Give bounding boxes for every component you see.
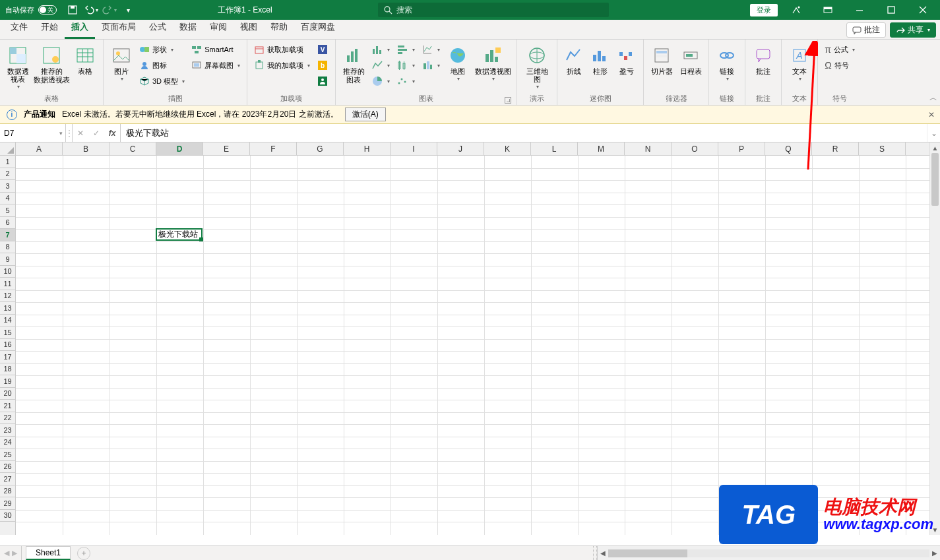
bar-chart-button[interactable]: ▾: [394, 42, 418, 57]
vscroll-thumb[interactable]: [931, 153, 939, 206]
screenshot-button[interactable]: 屏幕截图▾: [189, 58, 243, 73]
pivot-chart-button[interactable]: 数据透视图▾: [473, 42, 513, 90]
ribbon-display-options[interactable]: [815, 0, 841, 20]
minimize-button[interactable]: [846, 0, 873, 20]
row-header-20[interactable]: 20: [0, 388, 15, 400]
add-sheet-button[interactable]: ＋: [77, 547, 90, 560]
scroll-down-arrow[interactable]: ▼: [930, 524, 940, 535]
row-header-25[interactable]: 25: [0, 449, 15, 461]
hscroll-thumb[interactable]: [608, 549, 687, 557]
tab-帮助[interactable]: 帮助: [264, 17, 294, 39]
col-header-R[interactable]: R: [812, 142, 859, 155]
coming-soon-icon[interactable]: [783, 0, 809, 20]
row-header-10[interactable]: 10: [0, 266, 15, 278]
col-header-I[interactable]: I: [391, 142, 437, 155]
timeline-button[interactable]: 日程表: [677, 42, 705, 90]
row-header-8[interactable]: 8: [0, 241, 15, 254]
tab-插入[interactable]: 插入: [65, 17, 95, 39]
collapse-ribbon-button[interactable]: ︿: [929, 92, 937, 104]
col-header-H[interactable]: H: [344, 142, 391, 155]
col-header-Q[interactable]: Q: [765, 142, 812, 155]
tab-视图[interactable]: 视图: [234, 17, 264, 39]
line-chart-button[interactable]: ▾: [369, 58, 392, 73]
symbol-button[interactable]: Ω符号: [822, 58, 858, 73]
tab-公式[interactable]: 公式: [142, 17, 173, 39]
col-header-P[interactable]: P: [718, 142, 765, 155]
horizontal-scrollbar[interactable]: ◀ ▶: [597, 546, 940, 560]
visio-addin-button[interactable]: V: [314, 42, 331, 57]
combo-chart-button[interactable]: ▾: [419, 42, 443, 57]
get-addins-button[interactable]: 获取加载项: [251, 42, 313, 57]
col-header-M[interactable]: M: [578, 142, 625, 155]
row-header-3[interactable]: 3: [0, 180, 15, 193]
col-header-K[interactable]: K: [484, 142, 531, 155]
scatter-chart-button[interactable]: ▾: [394, 74, 418, 88]
shapes-button[interactable]: 形状▾: [137, 42, 187, 57]
undo-button[interactable]: ▾: [83, 2, 99, 18]
equation-button[interactable]: π公式▾: [822, 42, 858, 57]
login-button[interactable]: 登录: [750, 4, 778, 16]
row-header-15[interactable]: 15: [0, 327, 15, 339]
comments-pane-button[interactable]: 批注: [846, 22, 886, 38]
sparkline-column-button[interactable]: 柱形: [588, 42, 613, 90]
sparkline-line-button[interactable]: 折线: [561, 42, 586, 90]
table-button[interactable]: 表格: [71, 42, 99, 90]
col-header-A[interactable]: A: [16, 142, 63, 155]
row-header-30[interactable]: 30: [0, 510, 15, 522]
row-header-1[interactable]: 1: [0, 156, 15, 168]
share-button[interactable]: 共享▾: [890, 22, 936, 38]
row-header-19[interactable]: 19: [0, 375, 15, 388]
pie-chart-button[interactable]: ▾: [369, 74, 392, 88]
fill-handle[interactable]: [199, 237, 203, 241]
pivot-table-button[interactable]: 数据透 视表▾: [4, 42, 32, 90]
hscroll-left[interactable]: ◀: [598, 549, 608, 557]
sparkline-winloss-button[interactable]: 盈亏: [614, 42, 639, 90]
recommended-charts-button[interactable]: 推荐的 图表: [340, 42, 367, 90]
active-cell[interactable]: 极光下载站: [156, 228, 203, 241]
charts-dialog-launcher[interactable]: [505, 97, 511, 104]
tab-审阅[interactable]: 审阅: [203, 17, 234, 39]
row-header-16[interactable]: 16: [0, 339, 15, 352]
formula-expand-button[interactable]: ⌄: [927, 124, 940, 142]
row-header-5[interactable]: 5: [0, 204, 15, 217]
col-header-J[interactable]: J: [437, 142, 484, 155]
icons-button[interactable]: 图标: [137, 58, 187, 73]
name-box[interactable]: D7▾: [0, 124, 66, 142]
fx-button[interactable]: fx: [104, 124, 120, 142]
cancel-formula-button[interactable]: ✕: [73, 124, 88, 142]
vertical-scrollbar[interactable]: ▲ ▼: [929, 142, 940, 535]
autosave-toggle[interactable]: 自动保存 关: [0, 5, 62, 15]
formula-input[interactable]: 极光下载站: [121, 124, 927, 142]
col-header-D[interactable]: D: [156, 142, 203, 155]
close-button[interactable]: [910, 0, 936, 20]
qat-customize[interactable]: ▾: [120, 2, 136, 18]
col-header-S[interactable]: S: [859, 142, 906, 155]
my-addins-button[interactable]: 我的加载项▾: [251, 58, 313, 73]
tab-开始[interactable]: 开始: [34, 17, 65, 39]
row-header-21[interactable]: 21: [0, 400, 15, 412]
sheet-tab-active[interactable]: Sheet1: [26, 546, 71, 560]
row-header-27[interactable]: 27: [0, 473, 15, 485]
row-header-2[interactable]: 2: [0, 168, 15, 181]
activate-button[interactable]: 激活(A): [345, 108, 386, 121]
smartart-button[interactable]: SmartArt: [189, 42, 243, 57]
maximize-button[interactable]: [878, 0, 904, 20]
recommended-pivot-button[interactable]: 推荐的 数据透视表: [33, 42, 70, 90]
save-button[interactable]: [65, 2, 80, 18]
tab-数据[interactable]: 数据: [173, 17, 203, 39]
hscroll-right[interactable]: ▶: [929, 549, 940, 557]
row-header-18[interactable]: 18: [0, 363, 15, 376]
namebox-resize-handle[interactable]: ⋮: [66, 124, 73, 142]
bing-addin-button[interactable]: b: [314, 58, 331, 73]
row-header-7[interactable]: 7: [0, 229, 15, 241]
select-all-button[interactable]: [0, 142, 16, 156]
row-header-17[interactable]: 17: [0, 351, 15, 363]
row-header-26[interactable]: 26: [0, 461, 15, 474]
enter-formula-button[interactable]: ✓: [88, 124, 104, 142]
row-header-29[interactable]: 29: [0, 497, 15, 510]
sheet-nav-next[interactable]: ▶: [12, 549, 17, 557]
row-header-23[interactable]: 23: [0, 424, 15, 437]
tab-百度网盘[interactable]: 百度网盘: [294, 17, 342, 39]
row-header-28[interactable]: 28: [0, 485, 15, 498]
surface-chart-button[interactable]: ▾: [419, 58, 443, 73]
